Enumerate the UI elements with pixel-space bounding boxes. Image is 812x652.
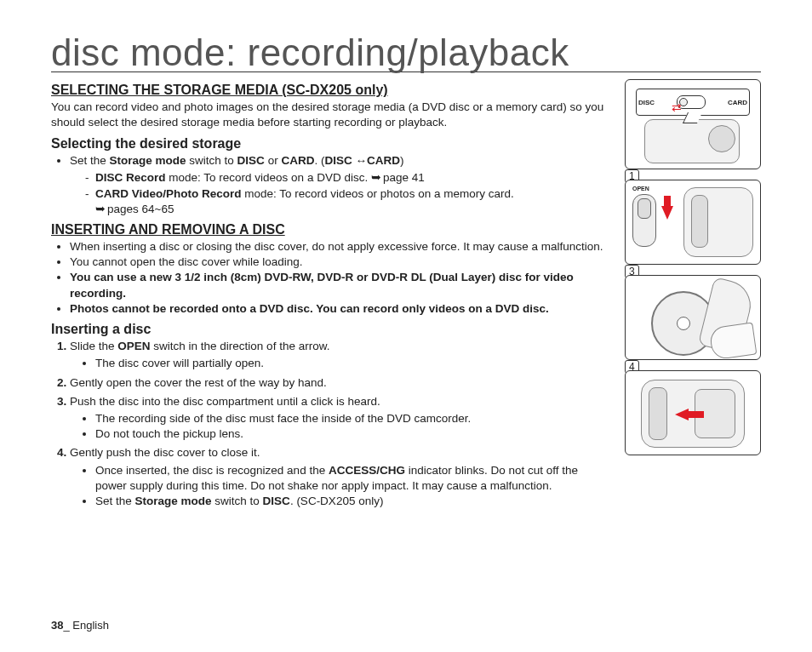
open-label: OPEN <box>632 186 649 192</box>
down-arrow-icon <box>661 206 673 220</box>
open-switch-icon <box>632 194 656 247</box>
subbullet-card-record: CARD Video/Photo Record mode: To record … <box>95 186 609 217</box>
step-1-sub: The disc cover will partially open. <box>95 356 609 371</box>
bullet-set-storage-mode: Set the Storage mode switch to DISC or C… <box>70 153 609 217</box>
step-1: Slide the OPEN switch in the direction o… <box>70 339 609 371</box>
page-language: English <box>72 619 109 632</box>
switch-label-disc: DISC <box>638 99 655 106</box>
step-3-sub1: The recording side of the disc must face… <box>95 411 609 426</box>
step-4-sub2: Set the Storage mode switch to DISC. (SC… <box>95 494 609 509</box>
heading-selecting-media: SELECTING THE STORAGE MEDIA (SC-DX205 on… <box>51 83 609 98</box>
bullet-force-warning: When inserting a disc or closing the dis… <box>70 239 609 255</box>
bullet-disc-types: You can use a new 3 1/2 inch (8cm) DVD-R… <box>70 270 609 300</box>
step-3-sub2: Do not touch the pickup lens. <box>95 426 609 442</box>
switch-label-card: CARD <box>728 99 747 106</box>
page-number: 38 <box>51 619 63 632</box>
subheading-selecting-storage: Selecting the desired storage <box>51 136 609 152</box>
ref-icon <box>371 171 383 184</box>
subbullet-disc-record: DISC Record mode: To record videos on a … <box>95 170 609 186</box>
bullet-cannot-open: You cannot open the disc cover while loa… <box>70 255 609 270</box>
bullet-photos-warning: Photos cannot be recorded onto a DVD dis… <box>70 301 609 317</box>
ref-icon <box>95 203 107 215</box>
heading-inserting-removing: INSERTING AND REMOVING A DISC <box>51 222 609 237</box>
figure-insert-disc <box>625 275 761 360</box>
camcorder-illustration <box>644 119 740 163</box>
left-arrow-icon <box>675 409 689 420</box>
figure-storage-switch: DISC CARD ⇄ <box>625 79 761 169</box>
step-4-sub1: Once inserted, the disc is recognized an… <box>95 463 609 494</box>
figure-close-cover <box>625 370 761 455</box>
double-arrow-icon: ⇄ <box>672 100 682 114</box>
step-4: Gently push the disc cover to close it. … <box>70 445 609 509</box>
page-footer: 38_ English <box>51 619 109 632</box>
intro-text: You can record video and photo images on… <box>51 100 609 129</box>
page-title: disc mode: recording/playback <box>51 34 761 72</box>
figure-open-switch: OPEN <box>625 180 761 265</box>
subheading-inserting-disc: Inserting a disc <box>51 322 609 337</box>
step-3: Push the disc into the disc compartment … <box>70 394 609 443</box>
step-2: Gently open the cover the rest of the wa… <box>70 375 609 391</box>
camcorder-side-illustration <box>683 187 753 257</box>
